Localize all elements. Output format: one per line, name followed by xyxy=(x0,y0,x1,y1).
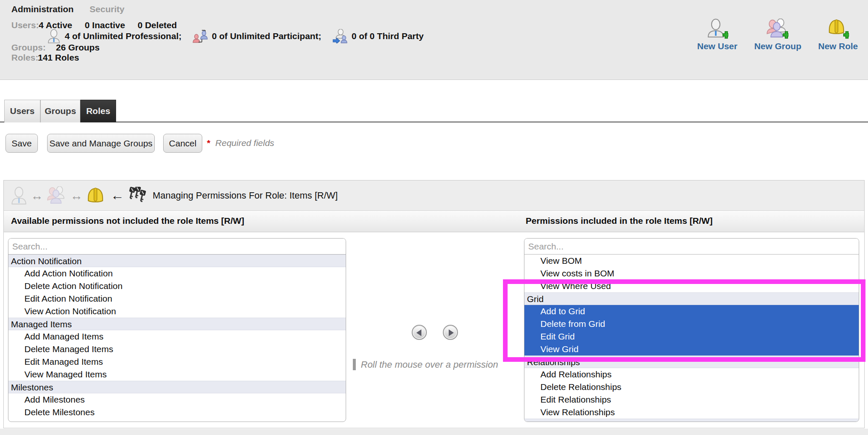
roles-label: Roles: xyxy=(11,53,38,63)
user-icon xyxy=(11,186,27,205)
panel-icon-header: ↔ ↔ ← xyxy=(4,180,864,211)
groups-count: 26 Groups xyxy=(56,42,100,53)
participant-count: 0 of Unlimited Participant; xyxy=(212,31,321,41)
permission-item[interactable]: Add Managed Items xyxy=(8,330,346,343)
left-arrow-icon: ← xyxy=(111,188,124,203)
new-group-label: New Group xyxy=(754,41,801,51)
participant-segment: 0 of Unlimited Participant; xyxy=(193,29,321,43)
new-user-button[interactable]: New User xyxy=(697,19,738,51)
roles-count: 141 Roles xyxy=(38,53,79,63)
new-role-button[interactable]: New Role xyxy=(818,19,858,51)
third-party-count: 0 of 0 Third Party xyxy=(352,31,424,41)
permission-group-header[interactable]: Sourcing xyxy=(524,419,859,422)
permission-item[interactable]: Edit Action Notification xyxy=(8,292,346,305)
page-bottom-strip xyxy=(0,429,868,435)
new-user-label: New User xyxy=(697,41,738,51)
permission-group-header[interactable]: Action Notification xyxy=(8,255,346,267)
professional-count: 4 of Unlimited Professional; xyxy=(65,31,182,41)
breadcrumb-administration[interactable]: Administration xyxy=(11,4,74,14)
permission-item[interactable]: Delete Relationships xyxy=(524,381,859,393)
permission-group-header[interactable]: Milestones xyxy=(8,381,346,393)
available-permissions-header: Available permissions not included the r… xyxy=(11,216,244,226)
permission-item[interactable]: View Managed Items xyxy=(8,368,346,381)
move-right-button[interactable] xyxy=(443,325,458,340)
required-asterisk: * xyxy=(207,138,210,148)
new-group-button[interactable]: New Group xyxy=(754,19,801,51)
permission-item[interactable]: Edit Grid xyxy=(524,330,859,343)
double-arrow-icon: ↔ xyxy=(70,188,83,203)
third-party-segment: 0 of 0 Third Party xyxy=(332,29,424,43)
permission-item[interactable]: View Grid xyxy=(524,343,859,355)
third-party-icon xyxy=(332,29,347,43)
permission-item[interactable]: Edit Milestones xyxy=(8,419,346,422)
permission-item[interactable]: Delete Milestones xyxy=(8,406,346,419)
permission-item[interactable]: Delete Action Notification xyxy=(8,280,346,292)
included-permissions-rows: View BOMView costs in BOMView Where Used… xyxy=(524,255,859,422)
required-fields-note: * Required fields xyxy=(207,138,274,148)
tab-strip: Users Groups Roles xyxy=(0,100,868,122)
permission-item[interactable]: View costs in BOM xyxy=(524,267,859,280)
permission-item[interactable]: View Action Notification xyxy=(8,305,346,318)
professional-segment: 4 of Unlimited Professional; xyxy=(47,29,182,44)
column-headers: Available permissions not included the r… xyxy=(4,211,864,232)
permission-item[interactable]: Add Milestones xyxy=(8,393,346,406)
participant-icon xyxy=(193,29,208,43)
new-group-icon xyxy=(767,19,789,40)
permission-group-header[interactable]: Grid xyxy=(524,292,859,305)
quick-actions: New User New Group New Role xyxy=(697,19,858,51)
permission-group-header[interactable]: Relationships xyxy=(524,355,859,368)
included-permissions-header: Permissions included in the role Items [… xyxy=(526,216,713,226)
permission-item[interactable]: Delete from Grid xyxy=(524,318,859,330)
double-arrow-icon: ↔ xyxy=(31,188,43,203)
available-permissions-list: Action NotificationAdd Action Notificati… xyxy=(8,238,346,422)
permission-hint: Roll the mouse over a permission xyxy=(353,359,498,370)
hint-text: Roll the mouse over a permission xyxy=(361,359,498,370)
panel-title: Managing Permissions For Role: Items [R/… xyxy=(153,190,338,201)
permissions-panel: ↔ ↔ ← xyxy=(3,180,865,428)
hint-bar xyxy=(353,359,356,370)
tab-roles[interactable]: Roles xyxy=(80,100,116,122)
permission-item[interactable]: Add Action Notification xyxy=(8,267,346,280)
permission-item[interactable]: View Relationships xyxy=(524,406,859,419)
permission-keys-icon xyxy=(128,187,147,204)
permission-item[interactable]: Add Relationships xyxy=(524,368,859,381)
permission-item[interactable]: Edit Managed Items xyxy=(8,355,346,368)
professional-user-icon xyxy=(47,29,61,44)
permission-item[interactable]: Add to Grid xyxy=(524,305,859,318)
available-permissions-search-input[interactable] xyxy=(8,239,346,255)
group-icon xyxy=(47,186,67,205)
save-button[interactable]: Save xyxy=(5,134,38,153)
permission-item[interactable]: Delete Managed Items xyxy=(8,343,346,355)
breadcrumb: Administration Security xyxy=(11,4,124,14)
save-and-manage-groups-button[interactable]: Save and Manage Groups xyxy=(47,134,155,153)
included-permissions-list: View BOMView costs in BOMView Where Used… xyxy=(524,238,859,422)
tab-groups[interactable]: Groups xyxy=(40,100,80,122)
new-role-icon xyxy=(827,19,849,40)
breadcrumb-security[interactable]: Security xyxy=(90,4,124,14)
new-role-label: New Role xyxy=(818,41,858,51)
groups-label: Groups: xyxy=(11,42,46,53)
permission-item[interactable]: View BOM xyxy=(524,255,859,267)
permission-item[interactable]: View Where Used xyxy=(524,280,859,292)
tab-users[interactable]: Users xyxy=(4,100,40,122)
move-left-button[interactable] xyxy=(412,325,427,340)
license-summary: 4 of Unlimited Professional; 0 of Unlimi… xyxy=(47,29,434,44)
required-text: Required fields xyxy=(215,138,274,148)
admin-header: Administration Security Users: 4 Active … xyxy=(0,0,868,80)
available-permissions-rows: Action NotificationAdd Action Notificati… xyxy=(8,255,346,422)
role-hard-hat-icon xyxy=(86,187,105,204)
permission-item[interactable]: Edit Relationships xyxy=(524,393,859,406)
permission-group-header[interactable]: Managed Items xyxy=(8,318,346,330)
included-permissions-search-input[interactable] xyxy=(524,239,859,255)
cancel-button[interactable]: Cancel xyxy=(163,134,202,153)
new-user-icon xyxy=(707,19,728,40)
users-label: Users: xyxy=(11,20,39,30)
